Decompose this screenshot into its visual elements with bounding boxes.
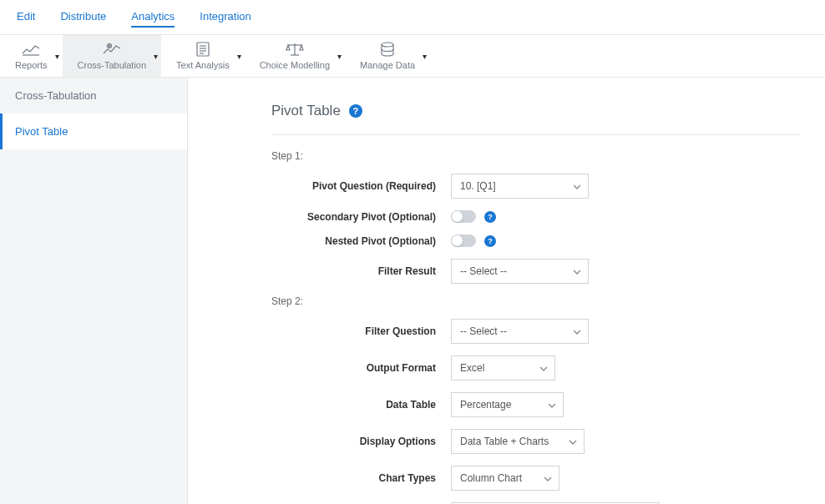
nav-distribute[interactable]: Distribute bbox=[60, 7, 106, 28]
display-options-label: Display Options bbox=[271, 436, 451, 447]
toolbar-manage-data[interactable]: Manage Data ▾ bbox=[345, 35, 430, 77]
chevron-down-icon bbox=[573, 325, 581, 337]
chevron-down-icon bbox=[548, 399, 556, 411]
sidebar-item-cross-tabulation[interactable]: Cross-Tabulation bbox=[0, 78, 187, 113]
toolbar-label: Choice Modelling bbox=[260, 60, 330, 70]
caret-down-icon: ▾ bbox=[423, 52, 427, 61]
scale-icon bbox=[286, 42, 304, 57]
filter-result-select[interactable]: -- Select -- bbox=[451, 259, 589, 284]
pivot-question-label: Pivot Question (Required) bbox=[271, 180, 451, 192]
select-value: Data Table + Charts bbox=[460, 436, 549, 447]
select-value: 10. [Q1] bbox=[460, 180, 496, 192]
output-format-select[interactable]: Excel bbox=[451, 355, 555, 381]
svg-point-10 bbox=[382, 43, 393, 47]
top-nav: Edit Distribute Analytics Integration bbox=[0, 0, 825, 35]
sidebar: Cross-Tabulation Pivot Table bbox=[0, 78, 188, 504]
help-icon[interactable]: ? bbox=[349, 104, 362, 118]
toolbar-reports[interactable]: Reports ▾ bbox=[0, 35, 63, 77]
caret-down-icon: ▾ bbox=[55, 52, 59, 61]
chevron-down-icon bbox=[569, 436, 577, 447]
chart-analytics-icon bbox=[103, 42, 121, 57]
display-options-select[interactable]: Data Table + Charts bbox=[451, 429, 585, 454]
info-icon[interactable]: ? bbox=[484, 235, 496, 247]
caret-down-icon: ▾ bbox=[237, 52, 241, 61]
select-value: Percentage bbox=[460, 399, 511, 411]
chevron-down-icon bbox=[573, 180, 581, 192]
caret-down-icon: ▾ bbox=[154, 52, 158, 61]
info-icon[interactable]: ? bbox=[484, 211, 496, 223]
filter-result-label: Filter Result bbox=[271, 265, 451, 277]
chevron-down-icon bbox=[573, 265, 581, 277]
secondary-pivot-toggle[interactable] bbox=[451, 210, 476, 223]
chart-types-select[interactable]: Column Chart bbox=[451, 466, 559, 491]
data-table-select[interactable]: Percentage bbox=[451, 392, 564, 417]
toolbar-label: Text Analysis bbox=[176, 60, 230, 70]
secondary-pivot-label: Secondary Pivot (Optional) bbox=[271, 211, 451, 223]
data-table-label: Data Table bbox=[271, 399, 451, 411]
nav-integration[interactable]: Integration bbox=[200, 7, 251, 28]
toolbar-label: Manage Data bbox=[360, 60, 415, 70]
chart-types-label: Chart Types bbox=[271, 472, 451, 484]
step1-label: Step 1: bbox=[271, 150, 800, 162]
select-value: -- Select -- bbox=[460, 265, 507, 277]
select-value: -- Select -- bbox=[460, 325, 507, 337]
nav-analytics[interactable]: Analytics bbox=[131, 7, 175, 28]
select-value: Excel bbox=[460, 362, 484, 374]
chart-line-icon bbox=[22, 42, 40, 57]
nested-pivot-label: Nested Pivot (Optional) bbox=[271, 235, 451, 247]
pivot-question-select[interactable]: 10. [Q1] bbox=[451, 174, 589, 199]
toolbar-label: Cross-Tabulation bbox=[78, 60, 147, 70]
filter-question-select[interactable]: -- Select -- bbox=[451, 319, 589, 344]
toolbar-text-analysis[interactable]: Text Analysis ▾ bbox=[161, 35, 245, 77]
toolbar-label: Reports bbox=[15, 60, 48, 70]
select-value: Column Chart bbox=[460, 472, 522, 484]
toolbar-cross-tabulation[interactable]: Cross-Tabulation ▾ bbox=[63, 35, 162, 77]
filter-question-label: Filter Question bbox=[271, 325, 451, 337]
caret-down-icon: ▾ bbox=[337, 52, 342, 61]
chevron-down-icon bbox=[539, 362, 548, 374]
document-icon bbox=[194, 42, 212, 57]
chevron-down-icon bbox=[544, 472, 552, 484]
step2-label: Step 2: bbox=[271, 295, 800, 307]
nav-edit[interactable]: Edit bbox=[17, 7, 35, 28]
toolbar: Reports ▾ Cross-Tabulation ▾ Text Analys… bbox=[0, 35, 825, 78]
database-icon bbox=[378, 42, 397, 57]
main-panel: Pivot Table ? Step 1: Pivot Question (Re… bbox=[188, 78, 825, 504]
page-title-row: Pivot Table ? bbox=[271, 103, 800, 135]
content-area: Cross-Tabulation Pivot Table Pivot Table… bbox=[0, 78, 825, 504]
nested-pivot-toggle[interactable] bbox=[451, 234, 476, 247]
page-title: Pivot Table bbox=[271, 103, 341, 119]
sidebar-item-pivot-table[interactable]: Pivot Table bbox=[0, 113, 187, 149]
toolbar-choice-modelling[interactable]: Choice Modelling ▾ bbox=[245, 35, 345, 77]
output-format-label: Output Format bbox=[271, 362, 451, 374]
